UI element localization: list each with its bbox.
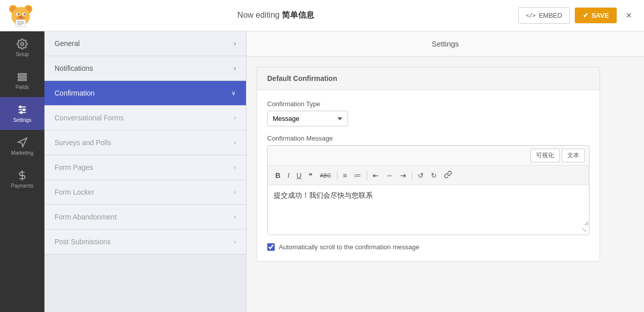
sidebar-item-setup[interactable]: Setup bbox=[0, 31, 44, 64]
topbar-title: Now editing 简单信息 bbox=[33, 10, 518, 21]
toolbar-sep-3 bbox=[412, 171, 412, 180]
menu-item-form-abandonment[interactable]: Form Abandonment › bbox=[44, 205, 246, 230]
toolbar-align-left[interactable]: ⇤ bbox=[370, 170, 381, 181]
sidebar-item-marketing[interactable]: Marketing bbox=[0, 130, 44, 163]
sidebar-menu: General › Notifications › Confirmation ∨… bbox=[44, 31, 246, 312]
toolbar-undo[interactable]: ↺ bbox=[415, 170, 426, 181]
menu-item-form-pages[interactable]: Form Pages › bbox=[44, 155, 246, 180]
chevron-icon-post-submissions: › bbox=[234, 238, 236, 245]
chevron-icon-form-pages: › bbox=[234, 164, 236, 171]
svg-rect-19 bbox=[18, 79, 27, 81]
code-icon: </> bbox=[526, 12, 536, 19]
confirmation-type-group: Confirmation Type Message Page Redirect bbox=[267, 100, 589, 126]
toolbar-underline[interactable]: U bbox=[294, 170, 304, 181]
sidebar-item-settings[interactable]: Settings bbox=[0, 97, 44, 130]
sidebar-item-settings-label: Settings bbox=[13, 117, 31, 123]
chevron-icon-confirmation: ∨ bbox=[231, 90, 236, 97]
menu-item-general[interactable]: General › bbox=[44, 31, 246, 56]
editor-tabs: 可视化 文本 bbox=[268, 146, 589, 166]
menu-item-surveys-and-polls[interactable]: Surveys and Polls › bbox=[44, 130, 246, 155]
chevron-icon-form-abandonment: › bbox=[234, 213, 236, 220]
sidebar-item-fields-label: Fields bbox=[16, 84, 29, 90]
toolbar-unordered-list[interactable]: ≡ bbox=[340, 170, 350, 181]
editor-container: 可视化 文本 B I U ❝ ABC ≡ bbox=[267, 145, 589, 235]
menu-item-confirmation[interactable]: Confirmation ∨ bbox=[44, 81, 246, 106]
auto-scroll-row: Automatically scroll to the confirmation… bbox=[267, 243, 589, 251]
save-button[interactable]: ✔ SAVE bbox=[575, 8, 617, 23]
toolbar-bold[interactable]: B bbox=[273, 170, 283, 181]
toolbar-redo[interactable]: ↻ bbox=[428, 170, 439, 181]
content-header: Settings bbox=[246, 31, 644, 57]
chevron-icon-form-locker: › bbox=[234, 189, 236, 196]
toolbar-ordered-list[interactable]: ≔ bbox=[352, 170, 364, 181]
menu-item-form-locker[interactable]: Form Locker › bbox=[44, 180, 246, 205]
menu-item-conversational-forms[interactable]: Conversational Forms › bbox=[44, 106, 246, 130]
tab-text[interactable]: 文本 bbox=[562, 149, 585, 162]
sidebar-item-setup-label: Setup bbox=[16, 52, 29, 57]
topbar-actions: </> EMBED ✔ SAVE × bbox=[518, 7, 636, 24]
content-inner: Default Confirmation Confirmation Type M… bbox=[246, 57, 644, 272]
toolbar-align-right[interactable]: ⇥ bbox=[398, 170, 409, 181]
confirmation-message-label: Confirmation Message bbox=[267, 135, 589, 142]
editor-resize-handle: ⤡ bbox=[268, 226, 589, 235]
card-header: Default Confirmation bbox=[257, 67, 600, 90]
auto-scroll-checkbox[interactable] bbox=[267, 243, 275, 251]
sidebar-icons: Setup Fields Settings Marketing bbox=[0, 31, 44, 312]
svg-point-16 bbox=[21, 42, 24, 46]
topbar: Now editing 简单信息 </> EMBED ✔ SAVE × bbox=[0, 0, 644, 31]
checkmark-icon: ✔ bbox=[583, 12, 588, 19]
sidebar-item-payments[interactable]: Payments bbox=[0, 163, 44, 196]
menu-item-notifications[interactable]: Notifications › bbox=[44, 56, 246, 81]
toolbar-strikethrough[interactable]: ABC bbox=[317, 171, 334, 180]
confirmation-message-group: Confirmation Message 可视化 文本 B I bbox=[267, 135, 589, 235]
toolbar-align-center[interactable]: ↔ bbox=[383, 170, 395, 181]
close-button[interactable]: × bbox=[622, 8, 636, 23]
toolbar-italic[interactable]: I bbox=[285, 170, 292, 181]
svg-rect-18 bbox=[18, 76, 27, 78]
sidebar-item-payments-label: Payments bbox=[11, 183, 33, 189]
svg-point-11 bbox=[19, 16, 22, 18]
chevron-icon-general: › bbox=[234, 40, 236, 47]
svg-point-25 bbox=[20, 112, 22, 114]
confirmation-type-select[interactable]: Message Page Redirect bbox=[267, 111, 348, 126]
svg-point-9 bbox=[18, 13, 19, 15]
tab-visual[interactable]: 可视化 bbox=[530, 149, 560, 162]
editor-content[interactable]: 提交成功！我们会尽快与您联系 bbox=[268, 185, 589, 226]
menu-item-post-submissions[interactable]: Post Submissions › bbox=[44, 230, 246, 254]
auto-scroll-label[interactable]: Automatically scroll to the confirmation… bbox=[279, 243, 419, 251]
svg-rect-17 bbox=[18, 74, 27, 75]
toolbar-blockquote[interactable]: ❝ bbox=[306, 170, 315, 181]
sidebar-item-fields[interactable]: Fields bbox=[0, 64, 44, 97]
svg-point-23 bbox=[20, 106, 22, 108]
sidebar-item-marketing-label: Marketing bbox=[11, 150, 33, 156]
toolbar-link[interactable] bbox=[441, 169, 455, 182]
card-body: Confirmation Type Message Page Redirect … bbox=[257, 90, 600, 261]
app-logo bbox=[8, 2, 33, 29]
embed-button[interactable]: </> EMBED bbox=[518, 7, 570, 24]
toolbar-sep-1 bbox=[337, 171, 337, 180]
svg-point-24 bbox=[23, 109, 25, 111]
chevron-icon-surveys: › bbox=[234, 139, 236, 146]
svg-point-10 bbox=[24, 13, 25, 15]
confirmation-card: Default Confirmation Confirmation Type M… bbox=[257, 67, 600, 261]
content-area: Settings Default Confirmation Confirmati… bbox=[246, 31, 644, 312]
chevron-icon-notifications: › bbox=[234, 65, 236, 72]
main-layout: Setup Fields Settings Marketing bbox=[0, 31, 644, 312]
chevron-icon-conv-forms: › bbox=[234, 114, 236, 121]
confirmation-type-label: Confirmation Type bbox=[267, 100, 589, 108]
editor-toolbar: B I U ❝ ABC ≡ ≔ ⇤ ↔ ⇥ bbox=[268, 166, 589, 185]
toolbar-sep-2 bbox=[367, 171, 367, 180]
form-name: 简单信息 bbox=[282, 11, 314, 19]
